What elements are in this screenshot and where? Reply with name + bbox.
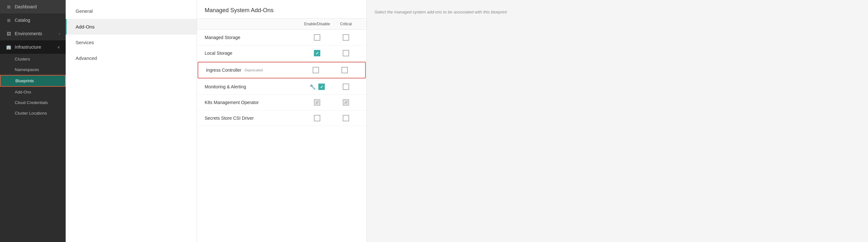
addon-enable-k8s[interactable] bbox=[301, 99, 333, 106]
form-nav-advanced[interactable]: Advanced bbox=[66, 50, 197, 66]
enable-checkbox-k8s[interactable] bbox=[314, 99, 320, 106]
sidebar-item-label: Environments bbox=[15, 31, 42, 36]
environments-icon: 🖼 bbox=[6, 31, 11, 36]
form-nav-general[interactable]: General bbox=[66, 3, 197, 19]
addon-row-monitoring: Monitoring & Alerting 🔧 bbox=[197, 79, 366, 95]
addon-row-k8s-management: K8s Management Operator bbox=[197, 95, 366, 110]
sidebar-item-cloud-credentials[interactable]: Cloud Credentials bbox=[0, 97, 66, 108]
addon-critical-monitoring[interactable] bbox=[333, 83, 359, 90]
sidebar-item-namespaces[interactable]: Namespaces bbox=[0, 64, 66, 75]
enable-checkbox-local-storage[interactable] bbox=[314, 50, 320, 56]
addon-enable-secrets[interactable] bbox=[301, 115, 333, 121]
sidebar-item-catalog[interactable]: ⊞ Catalog bbox=[0, 13, 66, 27]
addon-panel: Managed System Add-Ons Enable/Disable Cr… bbox=[197, 0, 367, 242]
chevron-right-icon: › bbox=[59, 32, 60, 36]
addon-critical-secrets[interactable] bbox=[333, 115, 359, 121]
addon-critical-managed-storage[interactable] bbox=[333, 34, 359, 41]
critical-checkbox-k8s[interactable] bbox=[343, 99, 349, 106]
sidebar-item-label: Dashboard bbox=[15, 4, 37, 9]
help-panel: Select the managed system add-ons to be … bbox=[367, 0, 868, 242]
infrastructure-icon: 🏢 bbox=[6, 44, 11, 50]
sidebar: ⊞ Dashboard ⊞ Catalog 🖼 Environments › 🏢… bbox=[0, 0, 66, 242]
addon-enable-local-storage[interactable] bbox=[301, 50, 333, 56]
sidebar-item-clusters[interactable]: Clusters bbox=[0, 54, 66, 64]
sidebar-sub-label: Namespaces bbox=[15, 67, 39, 72]
enable-checkbox-secrets[interactable] bbox=[314, 115, 320, 121]
form-nav-services[interactable]: Services bbox=[66, 35, 197, 50]
addon-critical-local-storage[interactable] bbox=[333, 50, 359, 56]
sidebar-sub-label: Add-Ons bbox=[15, 90, 31, 95]
sidebar-item-cluster-locations[interactable]: Cluster Locations bbox=[0, 108, 66, 118]
addon-enable-monitoring[interactable]: 🔧 bbox=[301, 83, 333, 90]
content-area: Managed System Add-Ons Enable/Disable Cr… bbox=[197, 0, 868, 242]
addon-name: Monitoring & Alerting bbox=[205, 84, 301, 89]
sidebar-item-add-ons-sub[interactable]: Add-Ons bbox=[0, 87, 66, 97]
form-nav: General Add-Ons Services Advanced bbox=[66, 0, 197, 242]
catalog-icon: ⊞ bbox=[6, 17, 11, 23]
sidebar-sub-label: Cluster Locations bbox=[15, 111, 47, 115]
wrench-icon: 🔧 bbox=[309, 84, 316, 90]
form-nav-add-ons[interactable]: Add-Ons bbox=[66, 19, 197, 35]
critical-checkbox-managed-storage[interactable] bbox=[343, 34, 349, 41]
sidebar-item-label: Catalog bbox=[15, 18, 30, 23]
addon-row-local-storage: Local Storage bbox=[197, 45, 366, 61]
addon-name: Secrets Store CSI Driver bbox=[205, 115, 301, 121]
addon-enable-managed-storage[interactable] bbox=[301, 34, 333, 41]
addon-name: Local Storage bbox=[205, 50, 301, 56]
addon-name: K8s Management Operator bbox=[205, 100, 301, 105]
addon-row-secrets-store: Secrets Store CSI Driver bbox=[197, 110, 366, 126]
addon-row-ingress-controller: Ingress Controller Deprecated bbox=[197, 62, 366, 78]
addon-critical-k8s[interactable] bbox=[333, 99, 359, 106]
critical-checkbox-monitoring[interactable] bbox=[343, 83, 349, 90]
sidebar-item-environments[interactable]: 🖼 Environments › bbox=[0, 27, 66, 40]
critical-checkbox-local-storage[interactable] bbox=[343, 50, 349, 56]
addon-table-header: Enable/Disable Critical bbox=[197, 19, 366, 30]
addon-row-managed-storage: Managed Storage bbox=[197, 30, 366, 45]
main-content: General Add-Ons Services Advanced Manage… bbox=[66, 0, 868, 242]
col-critical-header: Critical bbox=[333, 22, 359, 26]
sidebar-sub-label: Clusters bbox=[15, 57, 30, 62]
deprecated-badge: Deprecated bbox=[245, 68, 263, 72]
addon-panel-title: Managed System Add-Ons bbox=[197, 0, 366, 19]
addon-name: Managed Storage bbox=[205, 35, 301, 40]
sidebar-item-dashboard[interactable]: ⊞ Dashboard bbox=[0, 0, 66, 13]
critical-checkbox-ingress[interactable] bbox=[341, 67, 348, 73]
col-enable-header: Enable/Disable bbox=[301, 22, 333, 26]
enable-checkbox-ingress[interactable] bbox=[313, 67, 319, 73]
sidebar-sub-label: Blueprints bbox=[16, 78, 34, 83]
sidebar-item-infrastructure[interactable]: 🏢 Infrastructure ∨ bbox=[0, 40, 66, 54]
addon-critical-ingress[interactable] bbox=[332, 67, 358, 73]
chevron-down-icon: ∨ bbox=[57, 45, 60, 49]
sidebar-sub-label: Cloud Credentials bbox=[15, 100, 48, 105]
addon-name: Ingress Controller Deprecated bbox=[206, 68, 300, 73]
addon-enable-ingress[interactable] bbox=[300, 67, 332, 73]
enable-checkbox-monitoring[interactable] bbox=[318, 83, 325, 90]
enable-checkbox-managed-storage[interactable] bbox=[314, 34, 320, 41]
dashboard-icon: ⊞ bbox=[6, 4, 11, 10]
sidebar-item-blueprints[interactable]: Blueprints bbox=[0, 75, 66, 87]
critical-checkbox-secrets[interactable] bbox=[343, 115, 349, 121]
sidebar-item-label: Infrastructure bbox=[15, 44, 41, 49]
